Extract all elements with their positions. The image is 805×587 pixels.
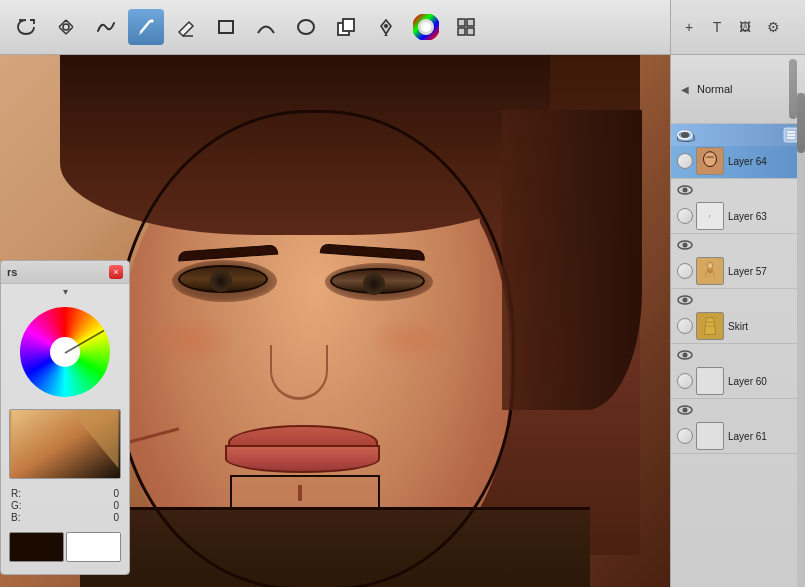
svg-point-7 [421,22,431,32]
clothing [80,507,590,587]
blend-mode-arrow[interactable]: ◀ [677,81,693,97]
add-image-layer-button[interactable]: 🖼 [733,15,757,39]
svg-point-0 [63,24,69,30]
lower-lip [225,445,380,473]
tool-stabilizer[interactable] [88,9,124,45]
svg-point-31 [683,298,688,303]
skirt-item[interactable]: Skirt [671,311,805,343]
svg-point-27 [683,243,688,248]
layer-64-radio[interactable] [677,153,693,169]
brightness-gradient[interactable] [9,409,121,479]
layer-63-item[interactable]: r Layer 63 [671,201,805,233]
svg-point-2 [298,20,314,34]
layer-60-name: Layer 60 [728,376,799,387]
layers-list: Layer 64 r Layer 63 [671,124,805,587]
tool-polygon[interactable] [248,9,284,45]
chin-mark [298,485,302,501]
color-dropdown-arrow[interactable]: ▾ [63,286,68,297]
tool-color-wheel[interactable] [408,9,444,45]
layer-61-thumbnail [696,422,724,450]
tool-grid[interactable] [448,9,484,45]
layer-61-visibility-icon[interactable] [677,405,693,415]
svg-rect-1 [219,21,233,33]
rgb-values: R: 0 G: 0 B: 0 [1,483,129,528]
layer-64-visibility-icon[interactable] [677,130,693,140]
layer-61-radio[interactable] [677,428,693,444]
layer-settings-button[interactable]: ⚙ [761,15,785,39]
b-value: 0 [113,512,119,523]
svg-point-36 [683,353,688,358]
layer-group-64: Layer 64 [671,124,805,179]
skirt-radio[interactable] [677,318,693,334]
svg-point-14 [678,131,692,139]
hair-top [60,55,550,235]
right-panel-scrollbar[interactable] [797,93,805,587]
right-panel: + T 🖼 ⚙ ◀ Normal [670,0,805,587]
color-mode-row: ▾ [1,284,129,299]
layer-57-item[interactable]: Layer 57 [671,256,805,288]
layer-64-item[interactable]: Layer 64 [671,146,805,178]
eye-pupil-left [210,270,232,292]
cheek-left [148,315,238,365]
tool-inkpen[interactable] [368,9,404,45]
svg-point-15 [683,133,688,138]
skirt-name: Skirt [728,321,799,332]
add-text-layer-button[interactable]: T [705,15,729,39]
svg-rect-9 [467,19,474,26]
color-wheel[interactable] [20,307,110,397]
color-wheel-container [1,299,129,405]
tool-eraser[interactable] [168,9,204,45]
add-layer-button[interactable]: + [677,15,701,39]
blend-mode-label: Normal [697,83,783,95]
eye-pupil-right [363,273,385,295]
tool-transform[interactable] [48,9,84,45]
color-panel-close-button[interactable]: × [109,265,123,279]
cheek-right [365,315,455,365]
layer-group-57: Layer 57 [671,234,805,289]
layer-57-thumbnail [696,257,724,285]
layer-60-radio[interactable] [677,373,693,389]
blend-mode-row: ◀ Normal [671,55,805,124]
r-label: R: [11,488,21,499]
layer-panel-header: + T 🖼 ⚙ [671,0,805,55]
foreground-swatch[interactable] [9,532,64,562]
layer-60-visibility-icon[interactable] [677,350,693,360]
tool-lasso[interactable] [8,9,44,45]
color-panel: rs × ▾ R: 0 [0,260,130,575]
color-swatch [9,532,121,562]
color-panel-header: rs × [1,261,129,284]
layer-60-item[interactable]: Layer 60 [671,366,805,398]
layer-scrollbar[interactable] [789,59,797,119]
layer-63-radio[interactable] [677,208,693,224]
g-value: 0 [113,500,119,511]
layer-57-name: Layer 57 [728,266,799,277]
layer-61-item[interactable]: Layer 61 [671,421,805,453]
layer-64-thumbnail [696,147,724,175]
layer-group-63: r Layer 63 [671,179,805,234]
layer-57-radio[interactable] [677,263,693,279]
hair-side-right [502,110,642,410]
toolbar [0,0,670,55]
svg-rect-4 [343,19,354,31]
tool-duplicate[interactable] [328,9,364,45]
g-label: G: [11,500,22,511]
svg-point-5 [384,24,388,28]
skirt-visibility-icon[interactable] [677,295,693,305]
tool-ellipse[interactable] [288,9,324,45]
layer-group-60: Layer 60 [671,344,805,399]
svg-rect-11 [467,28,474,35]
svg-rect-8 [458,19,465,26]
background-swatch[interactable] [66,532,121,562]
layer-61-name: Layer 61 [728,431,799,442]
layer-57-visibility-icon[interactable] [677,240,693,250]
r-value: 0 [113,488,119,499]
svg-point-29 [707,262,713,269]
layer-60-thumbnail [696,367,724,395]
layer-63-thumbnail: r [696,202,724,230]
scrollbar-thumb[interactable] [797,93,805,153]
layer-63-visibility-icon[interactable] [677,185,693,195]
svg-rect-10 [458,28,465,35]
tool-rect[interactable] [208,9,244,45]
tool-brush[interactable] [128,9,164,45]
skirt-thumbnail [696,312,724,340]
